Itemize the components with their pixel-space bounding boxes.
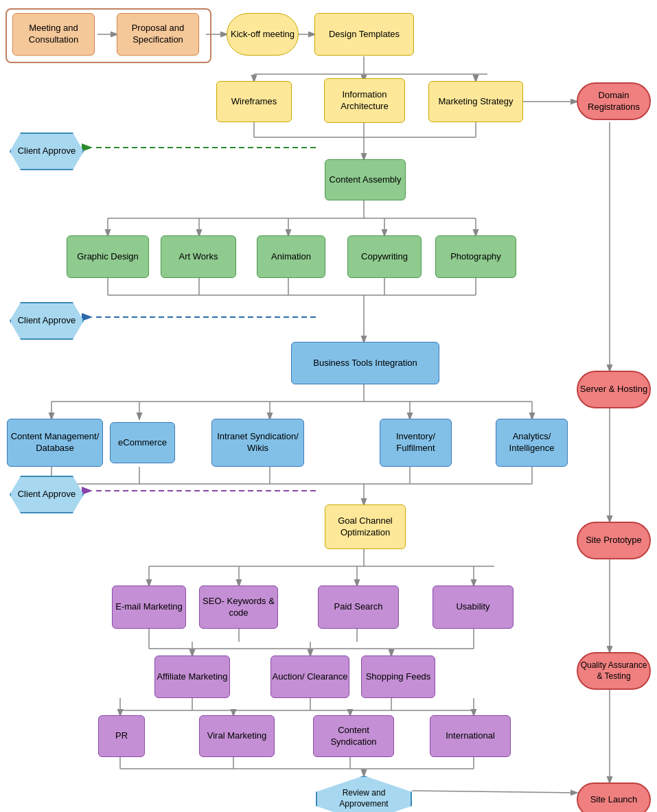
node-site-prototype: Site Prototype (577, 522, 651, 559)
node-info-arch: Information Architecture (324, 78, 405, 123)
node-pr: PR (98, 715, 145, 757)
node-affiliate-marketing: Affiliate Marketing (154, 656, 230, 698)
node-quality-assurance: Quality Assurance & Testing (577, 652, 651, 690)
node-server-hosting: Server & Hosting (577, 371, 651, 408)
node-client-approve-2: Client Approve (10, 302, 84, 340)
node-email-marketing: E-mail Marketing (112, 585, 186, 629)
node-site-launch: Site Launch (577, 782, 651, 812)
node-shopping-feeds: Shopping Feeds (361, 656, 435, 698)
node-content-assembly: Content Assembly (325, 159, 406, 200)
node-content-mgmt: Content Management/ Database (7, 419, 103, 467)
node-paid-search: Paid Search (318, 585, 399, 629)
node-client-approve-3: Client Approve (10, 476, 84, 513)
node-seo-keywords: SEO- Keywords & code (199, 585, 278, 629)
node-ecommerce: eCommerce (110, 422, 175, 463)
node-animation: Animation (257, 235, 325, 278)
node-client-approve-1: Client Approve (10, 132, 84, 170)
node-art-works: Art Works (161, 235, 236, 278)
node-inventory: Inventory/ Fulfilment (380, 419, 452, 467)
node-wireframes: Wireframes (216, 81, 292, 122)
node-intranet: Intranet Syndication/ Wikis (211, 419, 304, 467)
node-graphic-design: Graphic Design (67, 235, 149, 278)
node-auction-clearance: Auction/ Clearance (270, 656, 349, 698)
node-international: International (430, 715, 511, 757)
node-kickoff: Kick-off meeting (227, 13, 299, 56)
node-usability: Usability (433, 585, 514, 629)
node-copywriting: Copywriting (347, 235, 422, 278)
node-viral-marketing: Viral Marketing (199, 715, 275, 757)
node-review-approvement: Review and Approvement (316, 776, 412, 812)
node-design-templates: Design Templates (314, 13, 414, 56)
node-goal-channel: Goal Channel Optimization (325, 504, 406, 549)
node-proposal: Proposal and Specification (117, 13, 199, 56)
node-content-syndication: Content Syndication (313, 715, 394, 757)
node-marketing-strategy: Marketing Strategy (428, 81, 523, 122)
node-analytics: Analytics/ Intelligence (496, 419, 568, 467)
node-business-tools: Business Tools Integration (291, 342, 439, 384)
diagram: Meeting and Consultation Proposal and Sp… (0, 0, 657, 812)
svg-line-17 (412, 791, 577, 793)
node-meeting: Meeting and Consultation (12, 13, 95, 56)
node-domain-reg: Domain Registrations (577, 82, 651, 120)
node-photography: Photography (435, 235, 516, 278)
